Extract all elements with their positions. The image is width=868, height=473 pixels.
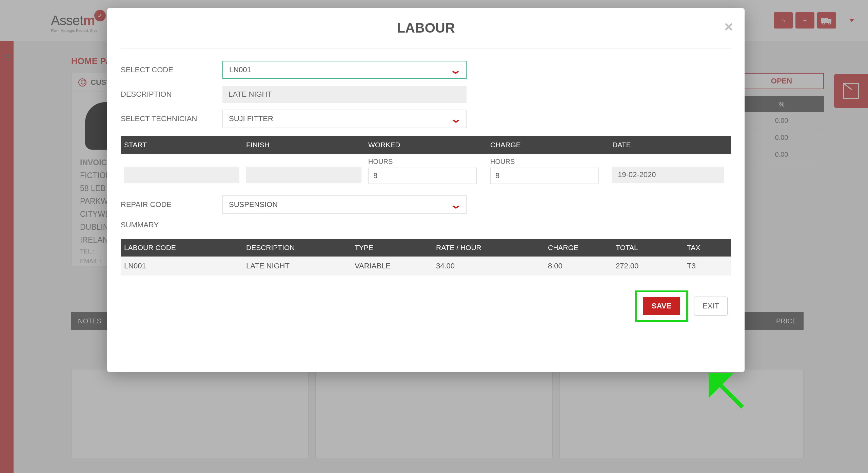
- close-icon[interactable]: ×: [724, 18, 733, 35]
- technician-value: SUJI FITTER: [229, 114, 273, 123]
- sum-val-type: VARIABLE: [351, 262, 433, 270]
- sum-val-charge: 8.00: [545, 262, 612, 270]
- repair-code-dropdown[interactable]: SUSPENSION ⌄: [222, 195, 467, 214]
- sum-val-code: LN001: [121, 262, 243, 270]
- col-date: DATE: [609, 141, 731, 149]
- save-highlight-annotation: SAVE: [635, 290, 688, 322]
- exit-button[interactable]: EXIT: [694, 297, 728, 316]
- col-finish: FINISH: [243, 141, 365, 149]
- description-field: LATE NIGHT: [222, 86, 467, 103]
- charge-hours-input[interactable]: 8: [490, 168, 599, 184]
- sum-col-total: TOTAL: [612, 244, 684, 252]
- finish-input[interactable]: [246, 167, 361, 183]
- start-input[interactable]: [124, 167, 239, 183]
- chevron-down-icon: ⌄: [450, 113, 462, 125]
- worked-hours-label: HOURS: [368, 158, 484, 166]
- modal-button-row: SAVE EXIT: [124, 290, 728, 322]
- select-code-dropdown[interactable]: LN001 ⌄: [222, 61, 467, 79]
- repair-code-value: SUSPENSION: [229, 200, 278, 209]
- repair-code-label: REPAIR CODE: [121, 200, 222, 209]
- labour-modal: × LABOUR SELECT CODE LN001 ⌄ DESCRIPTION…: [107, 8, 745, 372]
- col-worked: WORKED: [365, 141, 487, 149]
- time-header-row: START FINISH WORKED CHARGE DATE: [121, 136, 731, 154]
- sum-col-code: LABOUR CODE: [121, 244, 243, 252]
- chevron-down-icon: ⌄: [450, 64, 461, 76]
- summary-header-row: LABOUR CODE DESCRIPTION TYPE RATE / HOUR…: [121, 239, 731, 257]
- sum-col-type: TYPE: [351, 244, 433, 252]
- chevron-down-icon: ⌄: [450, 199, 462, 211]
- summary-label: SUMMARY: [121, 221, 222, 229]
- select-technician-label: SELECT TECHNICIAN: [121, 114, 222, 123]
- select-technician-dropdown[interactable]: SUJI FITTER ⌄: [222, 110, 467, 128]
- col-charge: CHARGE: [487, 141, 609, 149]
- col-start: START: [121, 141, 243, 149]
- sum-col-charge: CHARGE: [545, 244, 612, 252]
- divider: [117, 46, 734, 46]
- date-input[interactable]: 19-02-2020: [612, 167, 724, 183]
- svg-line-5: [715, 380, 743, 407]
- sum-col-rate: RATE / HOUR: [433, 244, 545, 252]
- save-button[interactable]: SAVE: [643, 297, 680, 315]
- sum-val-desc: LATE NIGHT: [243, 262, 351, 270]
- sum-col-tax: TAX: [684, 244, 731, 252]
- sum-val-total: 272.00: [612, 262, 684, 270]
- charge-hours-label: HOURS: [490, 158, 606, 166]
- select-code-label: SELECT CODE: [121, 65, 222, 74]
- arrow-annotation: [709, 373, 749, 415]
- sum-val-rate: 34.00: [433, 262, 545, 270]
- sum-col-desc: DESCRIPTION: [243, 244, 351, 252]
- divider: [121, 48, 731, 49]
- description-label: DESCRIPTION: [121, 90, 222, 99]
- sum-val-tax: T3: [684, 262, 731, 270]
- select-code-value: LN001: [229, 65, 251, 74]
- worked-hours-input[interactable]: 8: [368, 168, 477, 184]
- time-body-row: HOURS 8 HOURS 8 19-02-2020: [121, 158, 731, 184]
- modal-title: LABOUR: [107, 8, 745, 46]
- summary-data-row: LN001 LATE NIGHT VARIABLE 34.00 8.00 272…: [121, 257, 731, 276]
